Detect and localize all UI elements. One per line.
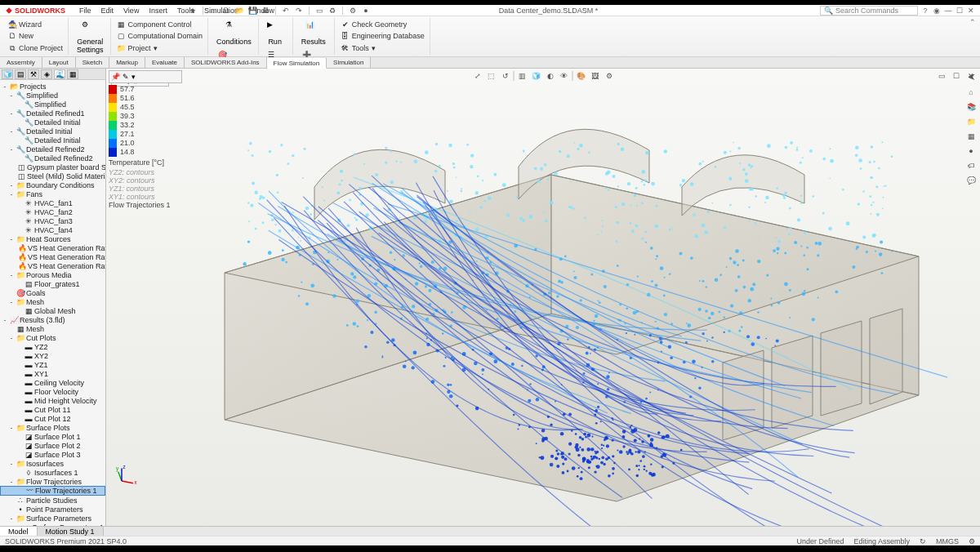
- check-geometry-button[interactable]: ✔Check Geometry: [340, 20, 409, 29]
- menu-edit[interactable]: Edit: [99, 6, 117, 16]
- tree-node[interactable]: -📁Isosurfaces: [0, 459, 105, 468]
- tree-node[interactable]: -🔧Detailed Refined1: [0, 109, 105, 118]
- status-units[interactable]: MMGS: [936, 537, 959, 545]
- ribbon-collapse-icon[interactable]: ⌃: [969, 18, 977, 26]
- tab-evaluate[interactable]: Evaluate: [145, 57, 185, 68]
- tree-node[interactable]: ▬XY2: [0, 351, 105, 360]
- menu-insert[interactable]: Insert: [146, 6, 170, 16]
- tab-assembly[interactable]: Assembly: [0, 57, 42, 68]
- legend-item[interactable]: XY1: contours: [109, 193, 182, 201]
- print-icon[interactable]: 🖶: [261, 6, 270, 16]
- tree-node[interactable]: 🔥VS Heat Generation Rate: [0, 252, 105, 261]
- computational-domain-button[interactable]: ▢Computational Domain: [116, 32, 205, 40]
- tree-node[interactable]: ▬XY1: [0, 369, 105, 378]
- tree-node[interactable]: ▬Ceiling Velocity: [0, 378, 105, 387]
- tree-node[interactable]: 🔧Simplified: [0, 100, 105, 109]
- clone-project-button[interactable]: ⧉Clone Project: [7, 44, 65, 52]
- wizard-button[interactable]: 🧙Wizard: [7, 20, 43, 29]
- tree-node[interactable]: -📂Projects: [0, 82, 105, 91]
- edit-icon[interactable]: ✎: [122, 73, 129, 81]
- pin-icon[interactable]: 📌: [111, 73, 120, 81]
- tree-node[interactable]: •Point Parameters: [0, 505, 105, 514]
- bottom-tab-motion-study-1[interactable]: Motion Study 1: [38, 527, 104, 536]
- color-legend[interactable]: 📌 ✎ ▾ 57.751.645.539.333.227.121.014.8 T…: [109, 70, 182, 209]
- search-commands[interactable]: 🔍 Search Commands: [820, 6, 918, 16]
- tree-node[interactable]: -📁Surface Parameters: [0, 514, 105, 523]
- home-icon[interactable]: ⌂: [208, 6, 218, 16]
- more-icon[interactable]: ▾: [131, 73, 136, 81]
- results-button[interactable]: 📊Results: [298, 19, 329, 47]
- tab-flow-simulation[interactable]: Flow Simulation: [267, 58, 327, 69]
- tree-node[interactable]: ✳HVAC_fan4: [0, 225, 105, 234]
- open-icon[interactable]: 📂: [234, 6, 244, 16]
- tree-node[interactable]: ◫Gypsum plaster board Sc: [0, 162, 105, 171]
- tree-node[interactable]: ◊Isosurfaces 1: [0, 468, 105, 477]
- select-icon[interactable]: ▭: [314, 6, 324, 16]
- tools-dropdown[interactable]: 🛠Tools▾: [340, 44, 377, 52]
- tree-node[interactable]: ✳HVAC_fan2: [0, 207, 105, 216]
- tree-node[interactable]: ✳HVAC_fan3: [0, 216, 105, 225]
- flow-simulation-tab-icon[interactable]: 🌊: [54, 69, 65, 79]
- configuration-manager-tab-icon[interactable]: ⚒: [28, 69, 39, 79]
- tree-node[interactable]: ◪Surface Plot 2: [0, 441, 105, 450]
- component-control-button[interactable]: ▦Component Control: [116, 20, 194, 29]
- tree-node[interactable]: -📈Results (3.fld): [0, 315, 105, 324]
- tree-node[interactable]: 🔧Detailed Initial: [0, 136, 105, 145]
- tree-node[interactable]: ▤Floor_grates1: [0, 279, 105, 288]
- tab-solidworks-add-ins[interactable]: SOLIDWORKS Add-Ins: [185, 57, 267, 68]
- tree-node[interactable]: 🔧Detailed Refined2: [0, 154, 105, 162]
- new-project-button[interactable]: 🗋New: [7, 32, 35, 40]
- tree-node[interactable]: -📁Porous Media: [0, 270, 105, 279]
- redo-icon[interactable]: ↷: [294, 6, 304, 16]
- tree-node[interactable]: ◪Surface Plot 1: [0, 432, 105, 441]
- legend-item[interactable]: YZ2: contours: [109, 168, 182, 176]
- tab-layout[interactable]: Layout: [42, 57, 76, 68]
- maximize-icon[interactable]: ☐: [956, 7, 964, 15]
- close-icon[interactable]: ✕: [967, 7, 975, 15]
- tree-node[interactable]: 🔥VS Heat Generation Rate: [0, 243, 105, 252]
- tab-simulation[interactable]: Simulation: [327, 57, 371, 68]
- tree-node[interactable]: 🔥VS Heat Generation Rate: [0, 261, 105, 270]
- help-icon[interactable]: ★: [188, 6, 198, 16]
- tree-node[interactable]: ∴Particle Studies: [0, 496, 105, 505]
- bottom-tab-model[interactable]: Model: [0, 527, 38, 536]
- tree-node[interactable]: -📁Fans: [0, 189, 105, 198]
- rebuild-icon[interactable]: ♻: [327, 6, 337, 16]
- tree-node[interactable]: -📁Cut Plots: [0, 333, 105, 342]
- graphics-viewport[interactable]: ● ● | 🧊 Mirror1 ⤢ ⬚ ↺ ▥ 🧊 ◐ 👁 🎨 🖼 ⚙: [106, 69, 980, 526]
- legend-item[interactable]: Flow Trajectories 1: [109, 201, 182, 209]
- help-question-icon[interactable]: ?: [921, 7, 929, 15]
- menu-view[interactable]: View: [121, 6, 141, 16]
- tree-node[interactable]: 〰Flow Trajectories 1: [0, 486, 105, 496]
- property-manager-tab-icon[interactable]: ▤: [15, 69, 26, 79]
- tree-node[interactable]: -📁Heat Sources: [0, 234, 105, 243]
- engineering-database-button[interactable]: 🗄Engineering Database: [340, 32, 426, 40]
- status-reload-icon[interactable]: ↻: [920, 537, 926, 545]
- tree-node[interactable]: ▬Floor Velocity: [0, 387, 105, 396]
- dimxpert-tab-icon[interactable]: ◈: [41, 69, 52, 79]
- tree-node[interactable]: ▭Surface Parameters 1: [0, 523, 105, 526]
- menu-file[interactable]: File: [77, 6, 94, 16]
- tree-node[interactable]: ▬Mid Height Velocity: [0, 396, 105, 405]
- tree-node[interactable]: ▬YZ1: [0, 360, 105, 369]
- new-doc-icon[interactable]: 🗋: [221, 6, 231, 16]
- tree-node[interactable]: -🔧Detailed Refined2: [0, 145, 105, 154]
- status-custom-icon[interactable]: ⚙: [969, 537, 975, 545]
- options-icon[interactable]: ⚙: [348, 6, 358, 16]
- orientation-triad-icon[interactable]: x y z: [116, 464, 139, 487]
- display-manager-tab-icon[interactable]: ▦: [67, 69, 78, 79]
- tree-node[interactable]: -📁Flow Trajectories: [0, 477, 105, 486]
- legend-item[interactable]: XY2: contours: [109, 176, 182, 185]
- feature-manager-tab-icon[interactable]: 🧊: [2, 69, 13, 79]
- undo-icon[interactable]: ↶: [281, 6, 291, 16]
- tree-node[interactable]: -🔧Simplified: [0, 91, 105, 100]
- general-settings-button[interactable]: ⚙General Settings: [74, 19, 107, 56]
- minimize-icon[interactable]: —: [944, 7, 952, 15]
- conditions-button[interactable]: ⚗Conditions: [213, 19, 255, 47]
- tree-node[interactable]: ▬Cut Plot 12: [0, 414, 105, 423]
- tree-node[interactable]: ▬YZ2: [0, 342, 105, 351]
- tree-node[interactable]: ▬Cut Plot 11: [0, 405, 105, 414]
- appearance-icon[interactable]: ●: [361, 6, 371, 16]
- tree-node[interactable]: 🎯Goals: [0, 288, 105, 297]
- tree-node[interactable]: 🔧Detailed Initial: [0, 118, 105, 127]
